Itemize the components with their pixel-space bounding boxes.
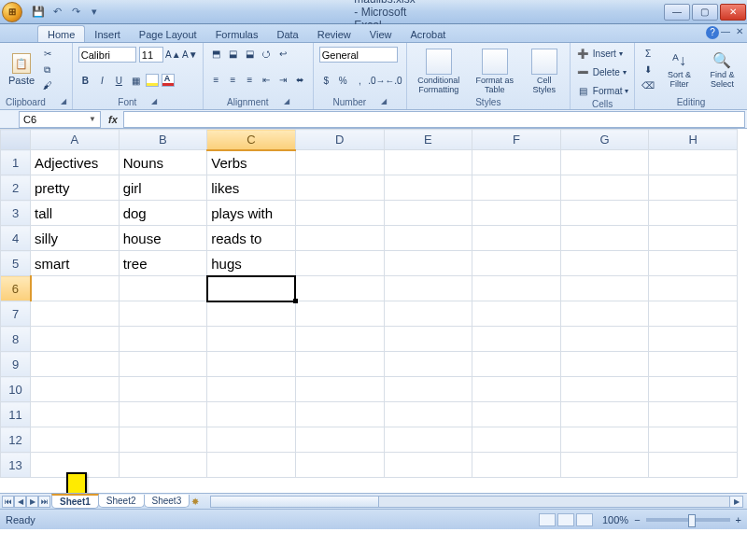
cell[interactable] (472, 377, 561, 402)
row-header[interactable]: 2 (1, 175, 31, 201)
cell[interactable] (384, 251, 472, 276)
font-name-input[interactable] (78, 47, 136, 63)
cell[interactable] (649, 226, 738, 251)
cell[interactable] (560, 402, 649, 427)
page-layout-view-icon[interactable] (557, 513, 574, 526)
spreadsheet-grid[interactable]: A B C D E F G H 1AdjectivesNounsVerbs2pr… (0, 129, 738, 478)
cell[interactable] (649, 251, 738, 276)
cell[interactable] (472, 427, 561, 453)
cell[interactable] (384, 150, 472, 175)
name-box[interactable]: C6 ▼ (19, 111, 101, 128)
italic-button[interactable]: I (95, 74, 109, 88)
tab-review[interactable]: Review (308, 26, 360, 42)
format-cells-icon[interactable]: ▤ (576, 84, 590, 98)
cell[interactable] (119, 427, 207, 453)
column-header-f[interactable]: F (472, 130, 561, 150)
cell[interactable] (560, 352, 649, 377)
align-center-icon[interactable]: ≡ (226, 73, 240, 87)
maximize-button[interactable]: ▢ (692, 4, 718, 21)
cell[interactable] (384, 201, 472, 226)
clear-icon[interactable]: ⌫ (641, 78, 655, 92)
cell[interactable] (649, 377, 738, 402)
row-header[interactable]: 12 (1, 427, 31, 453)
grow-font-icon[interactable]: A▲ (166, 48, 180, 62)
cell[interactable] (31, 377, 120, 402)
font-size-input[interactable] (139, 47, 163, 63)
decrease-decimal-icon[interactable]: ←.0 (387, 74, 401, 88)
align-bottom-icon[interactable]: ⬓ (243, 47, 257, 61)
border-icon[interactable]: ▦ (129, 74, 143, 88)
fx-icon[interactable]: fx (108, 114, 118, 125)
align-top-icon[interactable]: ⬒ (209, 47, 223, 61)
cell[interactable] (384, 402, 472, 427)
cell[interactable] (649, 402, 738, 427)
format-cells-button[interactable]: Format (593, 86, 623, 96)
comma-icon[interactable]: , (353, 74, 367, 88)
cell[interactable] (31, 402, 120, 427)
cell[interactable]: Nouns (119, 150, 207, 175)
tab-nav-prev-icon[interactable]: ◀ (14, 496, 26, 508)
cell[interactable] (295, 201, 384, 226)
undo-icon[interactable]: ↶ (50, 6, 63, 19)
row-header[interactable]: 8 (1, 327, 31, 352)
sheet-tab-sheet3[interactable]: Sheet3 (144, 495, 190, 508)
cell[interactable] (384, 427, 472, 453)
cell[interactable] (384, 276, 472, 301)
cell[interactable] (560, 427, 649, 453)
align-left-icon[interactable]: ≡ (209, 73, 223, 87)
insert-cells-button[interactable]: Insert (593, 49, 616, 59)
cell[interactable] (119, 453, 207, 478)
cell[interactable] (207, 402, 296, 427)
save-icon[interactable]: 💾 (32, 6, 45, 19)
column-header-c[interactable]: C (207, 130, 296, 150)
cell[interactable] (649, 175, 738, 201)
autosum-icon[interactable]: Σ (641, 47, 655, 61)
scroll-right-icon[interactable]: ▶ (729, 497, 742, 507)
sheet-tab-sheet1[interactable]: Sheet1 (51, 494, 99, 509)
delete-cells-button[interactable]: Delete (593, 67, 620, 77)
cell[interactable] (384, 327, 472, 352)
cell[interactable] (384, 301, 472, 327)
cell[interactable]: silly (31, 226, 120, 251)
cell[interactable] (207, 453, 296, 478)
cell[interactable]: plays with (207, 201, 296, 226)
cell[interactable] (472, 301, 561, 327)
cell[interactable]: smart (31, 251, 120, 276)
zoom-slider[interactable] (646, 518, 730, 522)
cell[interactable] (649, 327, 738, 352)
cell[interactable] (295, 427, 384, 453)
decrease-indent-icon[interactable]: ⇤ (260, 73, 274, 87)
currency-icon[interactable]: $ (319, 74, 333, 88)
cell[interactable] (649, 150, 738, 175)
cell[interactable] (649, 201, 738, 226)
cell[interactable] (295, 175, 384, 201)
cell[interactable] (472, 327, 561, 352)
underline-button[interactable]: U (112, 74, 126, 88)
cell[interactable] (295, 377, 384, 402)
tab-acrobat[interactable]: Acrobat (401, 26, 455, 42)
cell[interactable] (119, 377, 207, 402)
font-dialog-launcher-icon[interactable]: ◢ (151, 97, 157, 107)
zoom-out-icon[interactable]: − (634, 514, 640, 525)
number-format-select[interactable] (319, 47, 398, 63)
office-button[interactable]: ⊞ (2, 2, 22, 22)
cell[interactable] (560, 377, 649, 402)
cell[interactable] (472, 251, 561, 276)
orientation-icon[interactable]: ⭯ (260, 47, 274, 61)
cell[interactable] (31, 453, 120, 478)
align-middle-icon[interactable]: ⬓ (226, 47, 240, 61)
fill-icon[interactable]: ⬇ (641, 63, 655, 77)
zoom-in-icon[interactable]: + (736, 514, 741, 525)
format-painter-icon[interactable]: 🖌 (40, 78, 54, 92)
cell[interactable] (295, 402, 384, 427)
cell[interactable] (560, 226, 649, 251)
minimize-button[interactable]: — (664, 4, 690, 21)
column-header-g[interactable]: G (560, 130, 649, 150)
cell[interactable] (560, 327, 649, 352)
number-dialog-launcher-icon[interactable]: ◢ (381, 97, 387, 107)
cell[interactable] (295, 301, 384, 327)
cell[interactable] (384, 453, 472, 478)
font-color-icon[interactable] (162, 74, 175, 87)
cell[interactable] (119, 352, 207, 377)
cell[interactable] (649, 352, 738, 377)
